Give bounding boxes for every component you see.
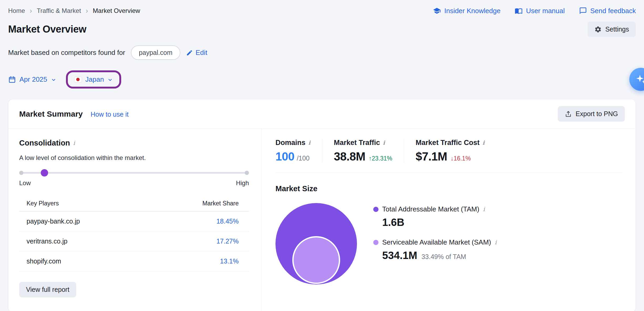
info-icon[interactable]: i (308, 139, 310, 146)
market-share-value[interactable]: 17.27% (216, 237, 239, 245)
table-row: shopify.com 13.1% (19, 251, 249, 271)
legend-sam: Serviceable Available Market (SAM) i 534… (373, 238, 497, 261)
settings-button[interactable]: Settings (587, 22, 636, 37)
region-filter-label: Japan (85, 75, 104, 84)
info-icon[interactable]: i (383, 139, 385, 146)
slider-right-endcap (245, 171, 249, 175)
breadcrumb-traffic-market[interactable]: Traffic & Market (37, 7, 81, 14)
divider (275, 173, 622, 173)
subheader-text: Market based on competitors found for (8, 49, 125, 57)
export-icon (565, 110, 572, 118)
top-links: Insider Knowledge User manual Send feedb… (433, 7, 636, 15)
domains-value: 100 (275, 150, 294, 163)
key-players-header: Key Players (27, 200, 59, 207)
consolidation-description: A low level of consolidation within the … (19, 154, 249, 162)
view-full-report-label: View full report (26, 286, 69, 293)
market-traffic-delta: ↑23.31% (369, 155, 392, 162)
domains-label: Domains (275, 139, 305, 147)
user-manual-link[interactable]: User manual (515, 7, 565, 15)
send-feedback-link[interactable]: Send feedback (579, 7, 636, 15)
settings-label: Settings (605, 25, 629, 33)
date-filter[interactable]: Apr 2025 (8, 75, 57, 84)
market-summary-card: Market Summary How to use it Export to P… (8, 99, 636, 311)
consolidation-title: Consolidation (19, 139, 70, 147)
target-domain: paypal.com (139, 49, 172, 56)
slider-high-label: High (236, 179, 249, 187)
slider-track[interactable] (19, 172, 249, 174)
chevron-down-icon (51, 77, 57, 83)
key-players-table: Key Players Market Share paypay-bank.co.… (19, 200, 249, 271)
market-share-value[interactable]: 13.1% (220, 257, 239, 265)
market-size-title: Market Size (275, 184, 318, 193)
metric-market-traffic-cost: Market Traffic Cost i $7.1M ↓16.1% (416, 139, 496, 163)
domains-suffix: /100 (297, 154, 310, 162)
sam-circle (292, 236, 340, 284)
legend-tam: Total Addressable Market (TAM) i 1.6B (373, 205, 497, 228)
tam-dot-icon (373, 207, 379, 212)
how-to-use-link[interactable]: How to use it (91, 111, 129, 118)
metric-market-traffic: Market Traffic i 38.8M ↑23.31% (334, 139, 404, 163)
market-traffic-cost-delta: ↓16.1% (451, 155, 471, 162)
consolidation-section: Consolidation i A low level of consolida… (8, 129, 262, 311)
sam-label: Serviceable Available Market (SAM) (382, 238, 491, 246)
target-domain-pill: paypal.com (131, 45, 180, 60)
sam-value: 534.1M (382, 250, 417, 261)
insider-knowledge-link[interactable]: Insider Knowledge (433, 7, 500, 15)
date-filter-label: Apr 2025 (19, 75, 47, 84)
subheader: Market based on competitors found for pa… (8, 45, 636, 60)
page: Home › Traffic & Market › Market Overvie… (0, 0, 644, 311)
market-traffic-value: 38.8M (334, 150, 365, 163)
info-icon[interactable]: i (482, 139, 484, 146)
market-traffic-label: Market Traffic (334, 139, 380, 147)
table-row: paypay-bank.co.jp 18.45% (19, 211, 249, 231)
breadcrumb-separator: › (86, 7, 88, 14)
info-icon[interactable]: i (483, 206, 485, 212)
card-body: Consolidation i A low level of consolida… (8, 129, 636, 311)
metrics-row: Domains i 100 /100 Market Traffic i (275, 139, 622, 163)
chat-bubble-icon (579, 7, 587, 15)
market-traffic-cost-value: $7.1M (416, 150, 447, 163)
insider-knowledge-label: Insider Knowledge (444, 7, 500, 15)
pencil-icon (186, 49, 193, 56)
edit-label: Edit (196, 49, 207, 57)
japan-flag-icon (74, 77, 82, 82)
card-title: Market Summary (19, 110, 83, 118)
info-icon[interactable]: i (495, 239, 497, 246)
filter-row: Apr 2025 Japan (8, 70, 636, 89)
info-icon[interactable]: i (73, 140, 75, 146)
slider-left-endcap (19, 171, 23, 175)
chevron-down-icon (107, 77, 113, 83)
title-row: Market Overview Settings (8, 22, 636, 37)
calendar-icon (8, 76, 16, 84)
market-share-header: Market Share (202, 200, 239, 207)
market-traffic-cost-label: Market Traffic Cost (416, 139, 479, 147)
key-player-domain: shopify.com (27, 257, 61, 265)
edit-link[interactable]: Edit (186, 49, 207, 57)
view-full-report-button[interactable]: View full report (19, 282, 76, 297)
market-size-content: Total Addressable Market (TAM) i 1.6B Se… (275, 203, 622, 284)
sam-note: 33.49% of TAM (421, 253, 466, 261)
export-png-button[interactable]: Export to PNG (558, 106, 625, 122)
breadcrumb-home[interactable]: Home (8, 7, 25, 14)
key-player-domain: veritrans.co.jp (27, 237, 68, 245)
gear-icon (594, 26, 602, 33)
breadcrumb: Home › Traffic & Market › Market Overvie… (8, 7, 140, 14)
market-share-value[interactable]: 18.45% (216, 217, 239, 225)
export-png-label: Export to PNG (576, 110, 618, 118)
slider-low-label: Low (19, 179, 31, 187)
page-title: Market Overview (8, 24, 86, 35)
consolidation-slider[interactable] (19, 169, 249, 177)
tam-value: 1.6B (382, 216, 405, 228)
top-bar: Home › Traffic & Market › Market Overvie… (8, 5, 636, 17)
metric-domains: Domains i 100 /100 (275, 139, 322, 163)
region-filter[interactable]: Japan (74, 75, 113, 84)
send-feedback-label: Send feedback (590, 7, 636, 15)
slider-thumb[interactable] (41, 169, 48, 177)
graduation-cap-icon (433, 7, 441, 15)
annotation-highlight-box: Japan (66, 70, 121, 89)
user-manual-label: User manual (526, 7, 565, 15)
market-metrics-section: Domains i 100 /100 Market Traffic i (262, 129, 636, 311)
sparkles-icon (635, 74, 644, 85)
key-player-domain: paypay-bank.co.jp (27, 217, 80, 225)
market-size-legend: Total Addressable Market (TAM) i 1.6B Se… (373, 203, 497, 261)
